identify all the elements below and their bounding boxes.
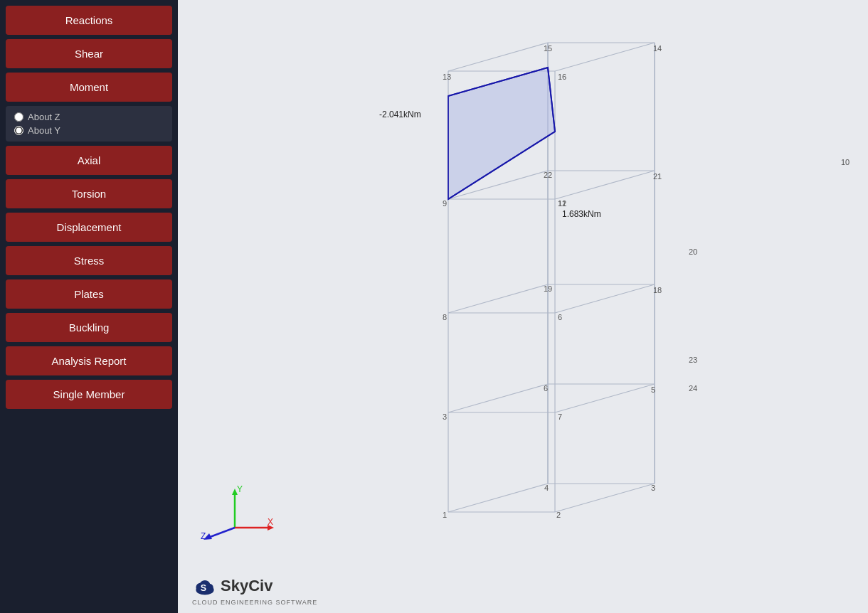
svg-line-10: [555, 43, 655, 71]
svg-text:6: 6: [544, 384, 548, 393]
svg-text:23: 23: [689, 356, 697, 364]
displacement-button[interactable]: Displacement: [6, 213, 172, 242]
svg-line-12: [448, 384, 548, 412]
buckling-button[interactable]: Buckling: [6, 313, 172, 342]
moment-axis-group: About Z About Y: [6, 106, 172, 142]
about-y-radio[interactable]: [14, 126, 23, 135]
svg-line-22: [555, 171, 655, 199]
svg-text:24: 24: [689, 384, 697, 393]
analysis-report-button[interactable]: Analysis Report: [6, 346, 172, 375]
svg-text:1: 1: [443, 511, 447, 519]
svg-text:Z: Z: [201, 531, 206, 541]
moment-button[interactable]: Moment: [6, 73, 172, 102]
sidebar: Reactions Shear Moment About Z About Y A…: [0, 0, 178, 613]
svg-text:19: 19: [544, 284, 552, 293]
moment-label-bottom: 1.683kNm: [562, 209, 601, 219]
svg-text:18: 18: [653, 286, 662, 294]
svg-line-14: [555, 384, 655, 412]
svg-line-18: [555, 284, 655, 313]
svg-text:14: 14: [653, 44, 662, 53]
logo-text: SkyCiv: [221, 577, 272, 595]
svg-line-8: [448, 43, 548, 71]
svg-text:7: 7: [558, 412, 562, 421]
axial-button[interactable]: Axial: [6, 146, 172, 175]
svg-marker-32: [448, 68, 555, 199]
main-viewport[interactable]: 1 2 3 4 3 7 5 6 8 6 18 19 20 9 12 21: [178, 0, 868, 613]
svg-text:8: 8: [443, 313, 447, 321]
svg-text:3: 3: [651, 484, 655, 492]
stress-button[interactable]: Stress: [6, 246, 172, 275]
svg-line-0: [448, 484, 548, 512]
shear-button[interactable]: Shear: [6, 39, 172, 68]
svg-text:9: 9: [443, 199, 447, 208]
reactions-button[interactable]: Reactions: [6, 6, 172, 35]
svg-text:6: 6: [558, 313, 562, 321]
svg-line-16: [448, 284, 548, 313]
svg-text:4: 4: [544, 484, 549, 492]
svg-text:21: 21: [653, 172, 662, 181]
svg-text:15: 15: [544, 44, 552, 53]
svg-text:5: 5: [651, 385, 655, 394]
torsion-button[interactable]: Torsion: [6, 179, 172, 208]
svg-text:22: 22: [544, 171, 552, 179]
svg-text:10: 10: [841, 158, 850, 166]
svg-text:S: S: [201, 583, 206, 593]
svg-text:3: 3: [443, 412, 447, 421]
about-y-label[interactable]: About Y: [14, 125, 164, 136]
svg-text:11: 11: [558, 199, 566, 208]
logo-tagline: Cloud Engineering Software: [192, 599, 317, 606]
svg-text:13: 13: [443, 73, 451, 81]
skyciv-logo-icon: S: [192, 573, 218, 599]
about-z-label[interactable]: About Z: [14, 112, 164, 122]
single-member-button[interactable]: Single Member: [6, 380, 172, 409]
svg-text:16: 16: [558, 73, 566, 81]
moment-label-top: -2.041kNm: [379, 110, 421, 119]
svg-text:X: X: [268, 517, 273, 527]
structure-view: 1 2 3 4 3 7 5 6 8 6 18 19 20 9 12 21: [178, 0, 868, 613]
moment-diagram: [448, 68, 555, 199]
svg-line-2: [555, 484, 655, 512]
svg-text:Y: Y: [237, 485, 243, 494]
skyciv-logo: S SkyCiv Cloud Engineering Software: [192, 573, 317, 606]
svg-text:2: 2: [556, 511, 561, 519]
svg-text:20: 20: [689, 247, 697, 256]
axis-indicator: Y X Z: [199, 485, 277, 542]
about-z-radio[interactable]: [14, 112, 23, 122]
plates-button[interactable]: Plates: [6, 279, 172, 309]
